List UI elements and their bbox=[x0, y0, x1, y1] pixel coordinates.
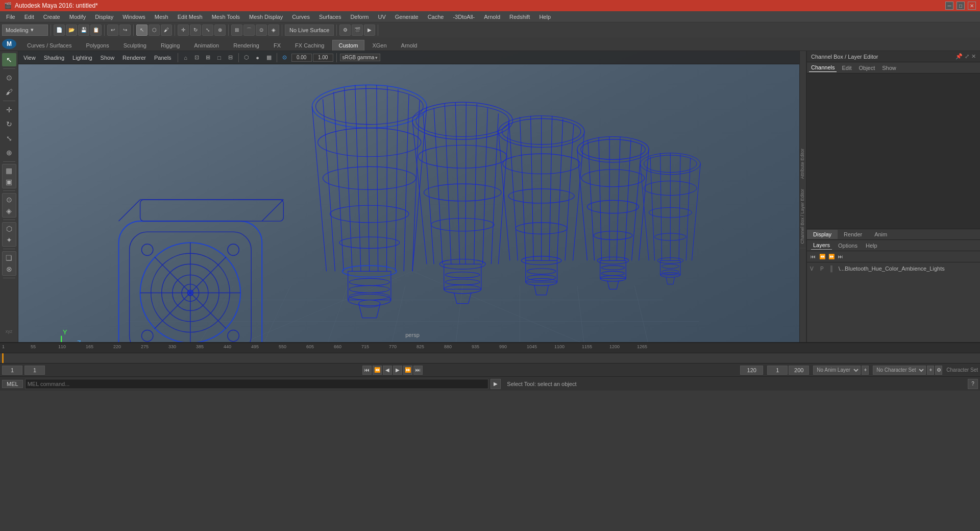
help-tab[interactable]: Help bbox=[864, 242, 879, 250]
tool-group-item-4[interactable]: ◈ bbox=[4, 206, 15, 216]
options-tab[interactable]: Options bbox=[836, 242, 860, 250]
mel-tab[interactable]: MEL bbox=[2, 380, 23, 388]
tab-rigging[interactable]: Rigging bbox=[154, 40, 186, 51]
paint-tool[interactable]: 🖌 bbox=[2, 85, 16, 99]
close-panel-icon[interactable]: ✕ bbox=[971, 53, 976, 60]
help-line-button[interactable]: ? bbox=[968, 379, 978, 389]
tab-arnold[interactable]: Arnold bbox=[395, 40, 424, 51]
anim-tab[interactable]: Anim bbox=[868, 230, 893, 239]
paint-select-button[interactable]: 🖌 bbox=[161, 25, 172, 36]
vp-wireframe-button[interactable]: ⬡ bbox=[242, 53, 251, 62]
snap-view-button[interactable]: ◈ bbox=[268, 25, 279, 36]
menu-file[interactable]: File bbox=[2, 13, 19, 21]
menu-create[interactable]: Create bbox=[39, 13, 64, 21]
lasso-select-button[interactable]: ⬡ bbox=[149, 25, 160, 36]
tab-polygons[interactable]: Polygons bbox=[79, 40, 115, 51]
tool-group-item-5[interactable]: ⬡ bbox=[4, 224, 15, 234]
tab-sculpting[interactable]: Sculpting bbox=[117, 40, 153, 51]
move-tool-left[interactable]: ✛ bbox=[2, 103, 16, 116]
tab-fx-caching[interactable]: FX Caching bbox=[288, 40, 331, 51]
layer-fwd-btn[interactable]: ⏩ bbox=[827, 253, 836, 261]
layer-visibility[interactable]: V bbox=[810, 266, 817, 272]
anim-layer-dropdown[interactable]: No Anim Layer bbox=[813, 366, 861, 375]
vp-value1-input[interactable]: 0.00 bbox=[291, 54, 312, 62]
menu-surfaces[interactable]: Surfaces bbox=[315, 13, 345, 21]
select-tool-button[interactable]: ↖ bbox=[136, 25, 148, 36]
select-tool[interactable]: ↖ bbox=[2, 53, 16, 66]
rotate-tool-left[interactable]: ↻ bbox=[2, 117, 16, 131]
menu-curves[interactable]: Curves bbox=[288, 13, 314, 21]
pin-icon[interactable]: 📌 bbox=[955, 53, 963, 60]
tool-group-item-3[interactable]: ⊙ bbox=[4, 195, 15, 205]
channels-tab[interactable]: Channels bbox=[809, 63, 837, 72]
command-input[interactable] bbox=[25, 379, 489, 389]
tab-curves-surfaces[interactable]: Curves / Surfaces bbox=[20, 40, 78, 51]
scale-tool-button[interactable]: ⤡ bbox=[202, 25, 213, 36]
layer-p-flag[interactable]: P bbox=[820, 266, 827, 272]
tab-rendering[interactable]: Rendering bbox=[227, 40, 266, 51]
title-bar-controls[interactable]: ─ □ ✕ bbox=[945, 2, 976, 10]
channel-box-side-tab[interactable]: Channel Box / Layer Editor bbox=[800, 185, 806, 249]
play-forward-button[interactable]: ▶ bbox=[393, 366, 402, 375]
tool-group-item-7[interactable]: ❏ bbox=[4, 253, 15, 263]
ipr-render-button[interactable]: ▶ bbox=[364, 25, 375, 36]
tab-animation[interactable]: Animation bbox=[187, 40, 226, 51]
viewport[interactable]: View Shading Lighting Show Renderer Pane… bbox=[18, 51, 806, 342]
menu-mesh-tools[interactable]: Mesh Tools bbox=[208, 13, 244, 21]
renderer-menu[interactable]: Renderer bbox=[119, 54, 149, 62]
shading-menu[interactable]: Shading bbox=[41, 54, 67, 62]
undo-button[interactable]: ↩ bbox=[107, 25, 118, 36]
panels-menu[interactable]: Panels bbox=[151, 54, 175, 62]
vp-fit-button[interactable]: ⊡ bbox=[192, 53, 202, 62]
vp-texture-button[interactable]: ▦ bbox=[264, 53, 274, 62]
tool-group-item-8[interactable]: ⊗ bbox=[4, 264, 15, 274]
menu-edit-mesh[interactable]: Edit Mesh bbox=[174, 13, 207, 21]
tool-group-item-6[interactable]: ✦ bbox=[4, 235, 15, 245]
edit-tab[interactable]: Edit bbox=[840, 64, 853, 72]
scene-canvas[interactable]: Z X Y bbox=[18, 64, 806, 342]
vp-home-button[interactable]: ⌂ bbox=[181, 53, 190, 62]
layer-row[interactable]: V P ▌ \...Bluetooth_Hue_Color_Ambience_L… bbox=[808, 263, 979, 274]
layer-rewind-btn[interactable]: ⏮ bbox=[809, 253, 817, 261]
object-tab[interactable]: Object bbox=[856, 64, 877, 72]
layer-back-btn[interactable]: ⏪ bbox=[818, 253, 826, 261]
play-back-button[interactable]: ◀ bbox=[383, 366, 392, 375]
snap-curve-button[interactable]: ⌒ bbox=[243, 25, 255, 36]
step-back-button[interactable]: ⏪ bbox=[373, 366, 382, 375]
expand-icon[interactable]: ⤢ bbox=[965, 53, 969, 60]
menu-mesh-display[interactable]: Mesh Display bbox=[245, 13, 287, 21]
lasso-tool[interactable]: ⊙ bbox=[2, 71, 16, 84]
menu-edit[interactable]: Edit bbox=[20, 13, 38, 21]
show-tab[interactable]: Show bbox=[880, 64, 898, 72]
menu-arnold[interactable]: Arnold bbox=[480, 13, 504, 21]
layer-end-btn[interactable]: ⏭ bbox=[837, 253, 845, 261]
tool-group-item-1[interactable]: ▦ bbox=[4, 165, 15, 176]
vp-grid-button[interactable]: ⊟ bbox=[226, 53, 235, 62]
attribute-editor-tab[interactable]: Attribute Editor bbox=[800, 144, 806, 183]
view-menu[interactable]: View bbox=[20, 54, 39, 62]
timeline-track[interactable] bbox=[0, 353, 980, 363]
vp-frame-button[interactable]: ⊞ bbox=[204, 53, 213, 62]
menu-3dtoall[interactable]: -3DtoAll- bbox=[449, 13, 479, 21]
gamma-selector[interactable]: sRGB gamma ▾ bbox=[340, 54, 381, 61]
menu-modify[interactable]: Modify bbox=[65, 13, 90, 21]
character-set-dropdown[interactable]: No Character Set bbox=[873, 366, 926, 375]
char-set-settings-button[interactable]: ⚙ bbox=[935, 366, 942, 375]
menu-generate[interactable]: Generate bbox=[391, 13, 423, 21]
save-as-button[interactable]: 📋 bbox=[90, 25, 102, 36]
save-file-button[interactable]: 💾 bbox=[78, 25, 89, 36]
render-tab[interactable]: Render bbox=[838, 230, 868, 239]
range-end-input[interactable] bbox=[789, 366, 809, 375]
close-button[interactable]: ✕ bbox=[968, 2, 976, 10]
tab-fx[interactable]: FX bbox=[267, 40, 287, 51]
menu-mesh[interactable]: Mesh bbox=[151, 13, 173, 21]
vp-smooth-button[interactable]: ● bbox=[253, 53, 262, 62]
step-forward-button[interactable]: ⏩ bbox=[403, 366, 412, 375]
menu-uv[interactable]: UV bbox=[374, 13, 389, 21]
end-frame-input[interactable] bbox=[740, 366, 763, 375]
menu-deform[interactable]: Deform bbox=[346, 13, 373, 21]
snap-point-button[interactable]: ⊙ bbox=[256, 25, 267, 36]
render-view-button[interactable]: 🎬 bbox=[352, 25, 363, 36]
menu-redshift[interactable]: Redshift bbox=[505, 13, 534, 21]
char-set-add-button[interactable]: + bbox=[927, 366, 934, 375]
